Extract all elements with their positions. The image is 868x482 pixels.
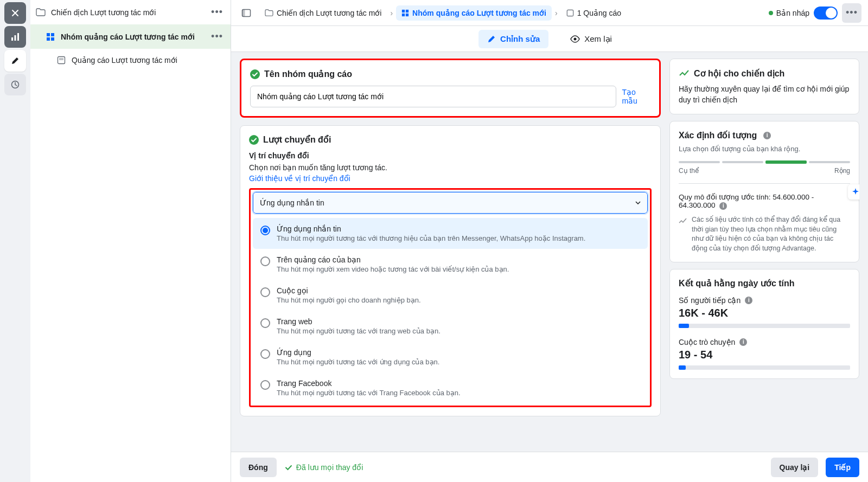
option-desc: Thu hút mọi người tương tác với thương h… [277,234,585,242]
crumb-campaign-label: Chiến dịch Lượt tương tác mới [277,9,381,17]
info-icon[interactable]: i [745,297,752,304]
tab-review-label: Xem lại [584,34,612,44]
grid-icon [46,32,55,42]
info-icon[interactable]: i [739,338,747,346]
gauge-right-label: Rộng [834,167,850,175]
status-draft: Bản nháp [769,9,809,17]
create-template-link[interactable]: Tạo mẫu [622,88,650,105]
audience-size-note: Các số liệu ước tính có thể thay đổi đán… [692,215,850,253]
audience-subtitle: Lựa chọn đối tượng của bạn khá rộng. [679,145,850,153]
option-desc: Thu hút mọi người xem video hoặc tương t… [277,265,509,273]
tab-review[interactable]: Xem lại [561,30,621,48]
ad-icon [56,55,66,65]
back-button[interactable]: Quay lại [771,458,819,477]
svg-rect-6 [47,37,50,41]
status-dot-icon [769,11,773,15]
tab-edit[interactable]: Chỉnh sửa [478,30,548,48]
ai-sparkle-badge[interactable] [848,184,859,200]
tree-adset-more[interactable]: ••• [209,31,225,42]
tab-edit-label: Chỉnh sửa [500,34,540,44]
conv-location-option[interactable]: Trên quảng cáo của bạnThu hút mọi người … [253,249,648,280]
conv-location-help: Chọn nơi bạn muốn tăng lượt tương tác. [249,163,652,172]
adset-name-input[interactable] [250,86,616,107]
radio-icon [260,380,270,390]
audience-size-label: Quy mô đối tượng ước tính: [679,193,771,201]
tree-adset-label: Nhóm quảng cáo Lượt tương tác mới [61,33,203,41]
crumb-adset-label: Nhóm quảng cáo Lượt tương tác mới [412,9,546,17]
caret-down-icon [635,201,641,204]
next-button[interactable]: Tiếp [826,458,859,477]
conv-location-option[interactable]: Ứng dụng nhắn tinThu hút mọi người tương… [253,218,648,249]
reach-value: 16K - 46K [679,307,850,319]
svg-rect-2 [17,33,19,41]
radio-icon [260,349,270,359]
option-title: Cuộc gọi [277,286,421,295]
conv-location-option[interactable]: Trang webThu hút mọi người tương tác với… [253,311,648,342]
left-rail [0,0,30,482]
conv-location-label: Vị trí chuyển đổi [249,151,652,160]
conv-location-option[interactable]: Ứng dụngThu hút mọi người tương tác với … [253,342,648,372]
tree-campaign-label: Chiến dịch Lượt tương tác mới [51,8,203,17]
conversion-card: Lượt chuyển đổi Vị trí chuyển đổi Chọn n… [240,125,661,416]
conv-location-select[interactable]: Ứng dụng nhắn tin [253,192,648,214]
breadcrumb: Chiến dịch Lượt tương tác mới › Nhóm quả… [259,5,764,21]
analytics-button[interactable] [4,26,26,48]
svg-rect-15 [406,13,409,16]
opportunity-text: Hãy thường xuyên quay lại để tìm cơ hội … [679,84,850,105]
opportunity-title: Cơ hội cho chiến dịch [694,68,784,79]
option-desc: Thu hút mọi người tương tác với ứng dụng… [277,358,439,366]
x-icon [11,9,20,17]
crumb-ads[interactable]: 1 Quảng cáo [561,5,627,21]
info-icon[interactable]: i [719,202,727,210]
conversion-title: Lượt chuyển đổi [263,134,331,145]
bar-chart-icon [10,32,20,42]
panel-icon [241,8,251,18]
conv-location-options-list: Ứng dụng nhắn tinThu hút mọi người tương… [253,218,648,403]
eye-icon [570,35,580,43]
grid-icon [401,9,409,17]
adset-name-card: Tên nhóm quảng cáo Tạo mẫu [240,59,661,118]
option-title: Trên quảng cáo của bạn [277,255,509,264]
edit-button-rail[interactable] [4,50,26,72]
tree-campaign[interactable]: Chiến dịch Lượt tương tác mới ••• [30,0,231,24]
svg-point-17 [574,37,577,40]
adset-name-title: Tên nhóm quảng cáo [264,69,352,79]
radio-icon [260,256,270,266]
campaign-toggle[interactable] [814,7,838,20]
tree-ad-label: Quảng cáo Lượt tương tác mới [72,56,225,65]
option-title: Trang web [277,317,441,326]
radio-icon [260,318,270,328]
tree-adset[interactable]: Nhóm quảng cáo Lượt tương tác mới ••• [30,24,231,49]
crumb-campaign[interactable]: Chiến dịch Lượt tương tác mới [259,5,387,21]
crumb-adset[interactable]: Nhóm quảng cáo Lượt tương tác mới [396,5,552,21]
chevron-right-icon: › [555,9,558,17]
option-title: Ứng dụng [277,348,439,357]
saved-status: Đã lưu mọi thay đổi [284,463,363,472]
topbar-more-button[interactable]: ••• [842,3,861,23]
trend-icon [679,68,690,79]
history-button[interactable] [4,74,26,95]
check-icon [284,463,293,472]
pencil-icon [11,56,20,65]
edit-tabs: Chỉnh sửa Xem lại [231,26,868,52]
audience-gauge [679,160,850,164]
panel-toggle[interactable] [238,4,255,22]
conv-location-select-value: Ứng dụng nhắn tin [260,198,324,207]
folder-icon [36,8,46,17]
conv-location-learn-link[interactable]: Giới thiệu về vị trí chuyển đổi [249,174,652,183]
folder-icon [265,9,273,17]
radio-icon [260,287,270,297]
info-icon[interactable]: i [763,132,771,139]
campaign-tree: Chiến dịch Lượt tương tác mới ••• Nhóm q… [30,0,231,482]
tree-campaign-more[interactable]: ••• [209,7,225,18]
daily-results-title: Kết quả hằng ngày ước tính [679,278,795,288]
close-button-footer[interactable]: Đóng [240,458,277,477]
gauge-left-label: Cụ thể [679,167,699,175]
tree-ad[interactable]: Quảng cáo Lượt tương tác mới [30,49,231,72]
conv-location-option[interactable]: Trang FacebookThu hút mọi người tương tá… [253,372,648,403]
conv-location-option[interactable]: Cuộc gọiThu hút mọi người gọi cho doanh … [253,280,648,311]
reach-label: Số người tiếp cận [679,296,741,305]
svg-rect-12 [402,9,405,12]
close-button[interactable] [4,2,26,24]
audience-title: Xác định đối tượng [679,130,757,140]
